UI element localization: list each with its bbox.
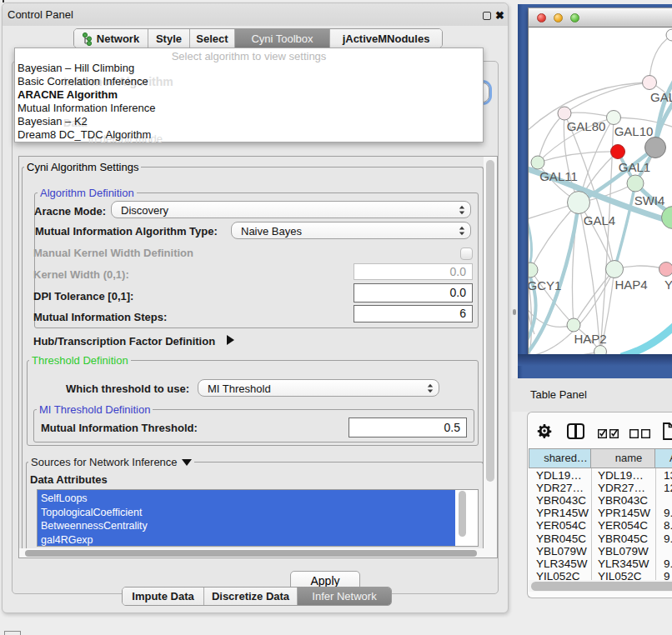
svg-text:HAP4: HAP4 [614, 278, 647, 292]
svg-text:GCY1: GCY1 [529, 278, 561, 292]
svg-text:GAL: GAL [650, 90, 672, 104]
svg-text:SWI4: SWI4 [634, 193, 665, 208]
svg-text:HAP2: HAP2 [574, 332, 606, 346]
svg-text:GAL80: GAL80 [567, 119, 606, 133]
svg-text:Y: Y [664, 278, 672, 292]
svg-text:GAL11: GAL11 [539, 169, 578, 183]
svg-text:GAL1: GAL1 [619, 160, 650, 174]
svg-text:GAL4: GAL4 [584, 213, 615, 228]
svg-text:GAL10: GAL10 [614, 124, 654, 138]
